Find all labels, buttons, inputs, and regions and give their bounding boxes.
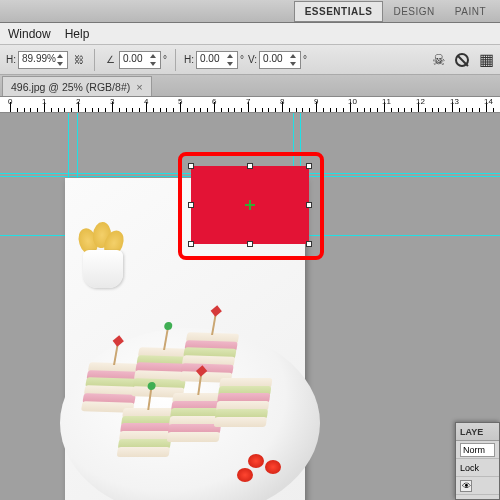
layers-panel[interactable]: LAYE Norm Lock 👁 bbox=[455, 422, 500, 500]
chips-cup bbox=[75, 228, 130, 288]
scale-h-field: H: 89.99% bbox=[6, 51, 68, 69]
transform-handle-tc[interactable] bbox=[247, 163, 253, 169]
stepper-icon[interactable] bbox=[289, 53, 299, 67]
scale-h-label: H: bbox=[6, 54, 16, 65]
angle-icon: ∠ bbox=[103, 53, 117, 67]
rotate-input[interactable]: 0.00 bbox=[119, 51, 161, 69]
transform-center-icon[interactable] bbox=[245, 200, 255, 210]
transform-handle-tl[interactable] bbox=[188, 163, 194, 169]
ruler-label: 10 bbox=[348, 97, 357, 106]
ruler-label: 11 bbox=[382, 97, 391, 106]
stepper-icon[interactable] bbox=[56, 53, 66, 67]
transform-handle-tr[interactable] bbox=[306, 163, 312, 169]
separator bbox=[94, 49, 95, 71]
ruler-label: 14 bbox=[484, 97, 493, 106]
transform-handle-cr[interactable] bbox=[306, 202, 312, 208]
options-bar: H: 89.99% ⛓ ∠ 0.00 ° H: 0.00 ° V: 0.00 ° bbox=[0, 45, 500, 75]
separator bbox=[175, 49, 176, 71]
skew-h-label: H: bbox=[184, 54, 194, 65]
menu-window[interactable]: Window bbox=[8, 27, 51, 41]
document-tab-title: 496.jpg @ 25% (RGB/8#) bbox=[11, 81, 130, 93]
visibility-eye-icon[interactable]: 👁 bbox=[460, 480, 472, 492]
skew-v-field: V: 0.00 ° bbox=[248, 51, 307, 69]
workspace-switcher: ESSENTIALS DESIGN PAINT bbox=[0, 0, 500, 23]
document-tab[interactable]: 496.jpg @ 25% (RGB/8#) × bbox=[2, 76, 152, 96]
degree-symbol: ° bbox=[303, 54, 307, 65]
transform-handle-cl[interactable] bbox=[188, 202, 194, 208]
commit-transform-icon[interactable] bbox=[479, 50, 494, 69]
ruler-label: 5 bbox=[178, 97, 182, 106]
blend-mode-select[interactable]: Norm bbox=[460, 443, 495, 457]
skew-h-field: H: 0.00 ° bbox=[184, 51, 244, 69]
ruler-label: 6 bbox=[212, 97, 216, 106]
workspace-tab-design[interactable]: DESIGN bbox=[383, 2, 444, 21]
transform-handle-bl[interactable] bbox=[188, 241, 194, 247]
document-tabs: 496.jpg @ 25% (RGB/8#) × bbox=[0, 75, 500, 97]
tomato bbox=[248, 454, 264, 468]
selected-shape[interactable] bbox=[191, 166, 309, 244]
rotate-field: ∠ 0.00 ° bbox=[103, 51, 167, 69]
ruler-label: 1 bbox=[42, 97, 46, 106]
canvas-area[interactable]: LAYE Norm Lock 👁 bbox=[0, 113, 500, 500]
menu-bar: Window Help bbox=[0, 23, 500, 45]
ruler-label: 13 bbox=[450, 97, 459, 106]
tomato bbox=[237, 468, 253, 482]
ruler-horizontal[interactable]: 01234567891011121314 bbox=[0, 97, 500, 113]
degree-symbol: ° bbox=[240, 54, 244, 65]
puppet-warp-icon[interactable] bbox=[432, 51, 445, 69]
skew-v-input[interactable]: 0.00 bbox=[259, 51, 301, 69]
stepper-icon[interactable] bbox=[226, 53, 236, 67]
ruler-label: 8 bbox=[280, 97, 284, 106]
degree-symbol: ° bbox=[163, 54, 167, 65]
workspace-tab-essentials[interactable]: ESSENTIALS bbox=[294, 1, 384, 22]
skew-h-input[interactable]: 0.00 bbox=[196, 51, 238, 69]
transform-handle-br[interactable] bbox=[306, 241, 312, 247]
ruler-label: 3 bbox=[110, 97, 114, 106]
link-icon[interactable]: ⛓ bbox=[72, 53, 86, 67]
menu-help[interactable]: Help bbox=[65, 27, 90, 41]
ruler-label: 7 bbox=[246, 97, 250, 106]
skew-v-label: V: bbox=[248, 54, 257, 65]
transform-handle-bc[interactable] bbox=[247, 241, 253, 247]
lock-label: Lock bbox=[460, 463, 479, 473]
tomato bbox=[265, 460, 281, 474]
ruler-label: 9 bbox=[314, 97, 318, 106]
scale-h-input[interactable]: 89.99% bbox=[18, 51, 68, 69]
workspace-tab-paint[interactable]: PAINT bbox=[445, 2, 496, 21]
options-right-icons bbox=[432, 50, 494, 69]
stepper-icon[interactable] bbox=[149, 53, 159, 67]
cancel-transform-icon[interactable] bbox=[455, 53, 469, 67]
ruler-label: 12 bbox=[416, 97, 425, 106]
ruler-label: 4 bbox=[144, 97, 148, 106]
ruler-label: 2 bbox=[76, 97, 80, 106]
ruler-label: 0 bbox=[8, 97, 12, 106]
layers-panel-title[interactable]: LAYE bbox=[456, 423, 499, 441]
close-icon[interactable]: × bbox=[136, 81, 142, 93]
